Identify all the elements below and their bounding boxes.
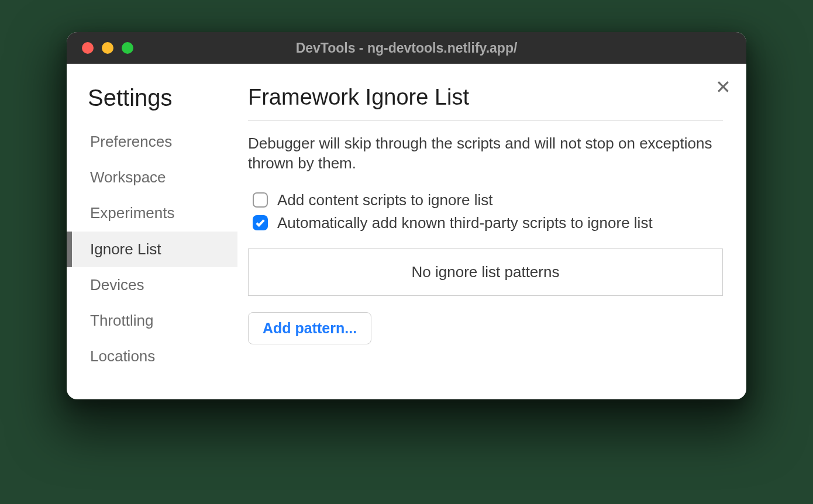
window-close-button[interactable]: [82, 42, 94, 54]
settings-content: Framework Ignore List Debugger will skip…: [242, 64, 746, 399]
sidebar-item-devices[interactable]: Devices: [88, 267, 242, 303]
window-minimize-button[interactable]: [102, 42, 113, 54]
page-title: Framework Ignore List: [248, 85, 723, 121]
checkbox-label: Automatically add known third-party scri…: [277, 214, 653, 232]
sidebar-item-experiments[interactable]: Experiments: [88, 195, 242, 231]
checkmark-icon: [255, 218, 266, 228]
settings-body: ✕ Settings Preferences Workspace Experim…: [67, 64, 746, 399]
sidebar-title: Settings: [88, 85, 242, 111]
window-title: DevTools - ng-devtools.netlify.app/: [67, 40, 746, 56]
checkbox-label: Add content scripts to ignore list: [277, 191, 493, 209]
settings-sidebar: Settings Preferences Workspace Experimen…: [67, 64, 242, 399]
page-description: Debugger will skip through the scripts a…: [248, 134, 723, 174]
sidebar-item-workspace[interactable]: Workspace: [88, 160, 242, 195]
checkbox-row-content-scripts: Add content scripts to ignore list: [248, 191, 723, 209]
sidebar-item-ignore-list[interactable]: Ignore List: [67, 232, 237, 267]
sidebar-item-locations[interactable]: Locations: [88, 339, 242, 374]
devtools-settings-window: DevTools - ng-devtools.netlify.app/ ✕ Se…: [67, 32, 746, 399]
checkbox-third-party[interactable]: [253, 215, 268, 230]
traffic-lights: [67, 42, 133, 54]
checkbox-row-third-party: Automatically add known third-party scri…: [248, 214, 723, 232]
sidebar-item-throttling[interactable]: Throttling: [88, 303, 242, 339]
window-maximize-button[interactable]: [122, 42, 133, 54]
checkbox-content-scripts[interactable]: [253, 192, 268, 208]
sidebar-item-preferences[interactable]: Preferences: [88, 124, 242, 160]
add-pattern-button[interactable]: Add pattern...: [248, 312, 371, 344]
ignore-list-patterns-box: No ignore list patterns: [248, 248, 723, 296]
window-titlebar: DevTools - ng-devtools.netlify.app/: [67, 32, 746, 64]
close-icon[interactable]: ✕: [715, 78, 731, 96]
